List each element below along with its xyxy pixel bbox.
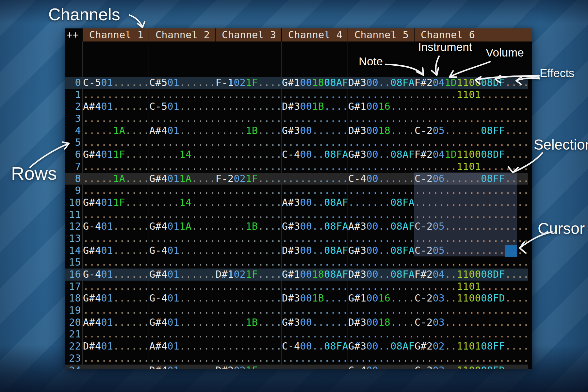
pattern-cell[interactable]: ........... bbox=[348, 256, 414, 269]
pattern-cell[interactable]: ........... bbox=[149, 352, 215, 365]
pattern-cell[interactable]: ........... bbox=[215, 304, 281, 317]
pattern-cell[interactable]: ........... bbox=[281, 209, 348, 221]
pattern-cell[interactable]: D#30018.... bbox=[348, 125, 414, 137]
pattern-cell[interactable]: ........... bbox=[281, 89, 348, 101]
pattern-cell[interactable]: ................... bbox=[414, 328, 528, 340]
pattern-cell[interactable]: C-303..110008FD.... bbox=[414, 365, 528, 369]
pattern-cell[interactable]: G#4011A.... bbox=[149, 173, 215, 185]
pattern-cell[interactable]: G#202..110108FF.... bbox=[414, 340, 528, 352]
pattern-cell[interactable]: C-501...... bbox=[82, 77, 149, 89]
pattern-cell[interactable]: ........... bbox=[215, 209, 281, 221]
pattern-cell[interactable]: D#1021F.... bbox=[215, 269, 281, 281]
pattern-cell[interactable]: ........... bbox=[281, 365, 348, 369]
pattern-cell[interactable]: G#1001808AF bbox=[281, 77, 348, 89]
pattern-cell[interactable]: ........... bbox=[82, 185, 149, 197]
pattern-cell[interactable]: ........... bbox=[82, 161, 149, 173]
pattern-cell[interactable]: ........... bbox=[281, 161, 348, 173]
pattern-cell[interactable]: .....14.... bbox=[149, 149, 215, 161]
channel-header-3[interactable]: Channel 3 bbox=[215, 28, 281, 41]
pattern-cell[interactable]: F-1021F.... bbox=[215, 77, 281, 89]
pattern-cell[interactable]: ........... bbox=[281, 352, 348, 365]
pattern-cell[interactable]: ........... bbox=[348, 209, 414, 221]
pattern-cell[interactable]: G-401...... bbox=[82, 269, 149, 281]
pattern-cell[interactable]: ........... bbox=[149, 209, 215, 221]
pattern-cell[interactable]: D#300..08AF bbox=[281, 245, 348, 257]
pattern-cell[interactable]: .......1101........ bbox=[414, 89, 528, 101]
pattern-cell[interactable]: G#300...... bbox=[281, 317, 348, 329]
pattern-cell[interactable]: .....1B.... bbox=[215, 125, 281, 137]
pattern-cell[interactable]: G#1001808AF bbox=[281, 269, 348, 281]
pattern-cell[interactable]: A#401...... bbox=[149, 340, 215, 352]
pattern-cell[interactable]: ........... bbox=[82, 256, 149, 269]
pattern-cell[interactable]: .....1B.... bbox=[215, 317, 281, 329]
pattern-cell[interactable]: G-401...... bbox=[149, 292, 215, 304]
pattern-cell[interactable]: ........... bbox=[348, 185, 414, 197]
pattern-cell[interactable]: G#300..08FA bbox=[348, 245, 414, 257]
pattern-cell[interactable]: ........... bbox=[215, 161, 281, 173]
pattern-cell[interactable]: .....14.... bbox=[149, 197, 215, 209]
pattern-cell[interactable]: ........... bbox=[149, 185, 215, 197]
pattern-cell[interactable]: ........... bbox=[149, 113, 215, 125]
pattern-cell[interactable]: ........... bbox=[281, 304, 348, 317]
pattern-cell[interactable]: C#501...... bbox=[149, 77, 215, 89]
pattern-cell[interactable]: D#401...... bbox=[82, 340, 149, 352]
pattern-cell[interactable]: G#4011A.... bbox=[149, 220, 215, 233]
pattern-cell[interactable]: ................... bbox=[414, 113, 528, 125]
pattern-cell[interactable]: G-401...... bbox=[149, 245, 215, 257]
pattern-cell[interactable]: F#2041D110008DF.... bbox=[414, 149, 528, 161]
pattern-cell[interactable]: ........... bbox=[215, 113, 281, 125]
pattern-cell[interactable]: C-501...... bbox=[149, 101, 215, 113]
pattern-cell[interactable]: ........... bbox=[82, 89, 149, 101]
pattern-cell[interactable]: ........... bbox=[82, 365, 149, 369]
pattern-cell[interactable]: ........... bbox=[149, 137, 215, 149]
pattern-cell[interactable]: ........... bbox=[215, 328, 281, 340]
pattern-cell[interactable]: A#401...... bbox=[82, 101, 149, 113]
pattern-cell[interactable]: ........... bbox=[82, 304, 149, 317]
pattern-cell[interactable]: C-400...... bbox=[348, 173, 414, 185]
pattern-cell[interactable]: A#401...... bbox=[82, 317, 149, 329]
pattern-cell[interactable]: C-400..08FA bbox=[281, 149, 348, 161]
pattern-cell[interactable]: ........... bbox=[215, 340, 281, 352]
pattern-cell[interactable]: D#3001B.... bbox=[281, 292, 348, 304]
pattern-cell[interactable]: G#300..08AF bbox=[348, 149, 414, 161]
pattern-cell[interactable]: .....1A.... bbox=[82, 125, 149, 137]
pattern-cell[interactable]: G#300...... bbox=[281, 125, 348, 137]
pattern-cell[interactable]: G#401...... bbox=[149, 269, 215, 281]
pattern-cell[interactable]: ........... bbox=[82, 281, 149, 293]
pattern-cell[interactable]: G#300..08FA bbox=[281, 220, 348, 233]
pattern-cell[interactable]: C-400..08FA bbox=[281, 340, 348, 352]
pattern-cell[interactable]: ........... bbox=[149, 89, 215, 101]
pattern-cell[interactable]: ........... bbox=[281, 328, 348, 340]
pattern-cell[interactable]: ........... bbox=[215, 149, 281, 161]
pattern-cell[interactable]: ........... bbox=[215, 233, 281, 245]
pattern-cell[interactable]: G#401...... bbox=[82, 245, 149, 257]
pattern-cell[interactable]: ................... bbox=[414, 101, 528, 113]
pattern-cell[interactable]: ........... bbox=[281, 233, 348, 245]
pattern-cell[interactable]: F#2041D110008DF.... bbox=[414, 77, 528, 89]
pattern-cell[interactable]: ........... bbox=[348, 352, 414, 365]
pattern-cell[interactable]: ........... bbox=[348, 281, 414, 293]
pattern-cell[interactable]: ........... bbox=[281, 113, 348, 125]
pattern-cell[interactable]: D#300..08FA bbox=[348, 269, 414, 281]
pattern-cell[interactable]: ................... bbox=[414, 352, 528, 365]
pattern-cell[interactable]: ........... bbox=[215, 137, 281, 149]
pattern-cell[interactable]: .......1101........ bbox=[414, 161, 528, 173]
pattern-cell[interactable]: ........... bbox=[215, 292, 281, 304]
pattern-cell[interactable]: G#10016.... bbox=[348, 101, 414, 113]
pattern-cell[interactable]: ........... bbox=[281, 173, 348, 185]
pattern-cell[interactable]: .....1A.... bbox=[82, 173, 149, 185]
pattern-cell[interactable]: ........... bbox=[348, 233, 414, 245]
pattern-cell[interactable]: D#3001B.... bbox=[281, 101, 348, 113]
pattern-cell[interactable]: ........... bbox=[82, 113, 149, 125]
pattern-cell[interactable]: ........... bbox=[215, 197, 281, 209]
pattern-cell[interactable]: .......08FA bbox=[348, 197, 414, 209]
pattern-cell[interactable]: C-400...... bbox=[348, 365, 414, 369]
pattern-cell[interactable]: D#30018.... bbox=[348, 317, 414, 329]
channel-header-4[interactable]: Channel 4 bbox=[281, 28, 348, 41]
pattern-cell[interactable]: ........... bbox=[281, 256, 348, 269]
pattern-cell[interactable]: ........... bbox=[348, 137, 414, 149]
channel-header-2[interactable]: Channel 2 bbox=[149, 28, 215, 41]
pattern-cell[interactable]: D#401...... bbox=[149, 365, 215, 369]
pattern-cell[interactable]: D#2021F.... bbox=[215, 365, 281, 369]
pattern-cell[interactable]: ........... bbox=[281, 185, 348, 197]
